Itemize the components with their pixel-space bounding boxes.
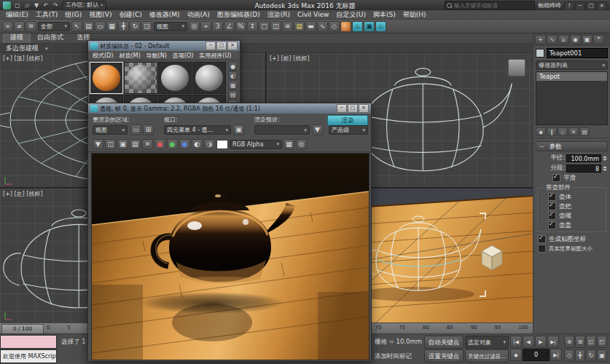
hierarchy-tab-icon[interactable]: ⌂ xyxy=(558,35,569,44)
redo-icon[interactable]: ↷ xyxy=(51,1,60,9)
search-box[interactable] xyxy=(445,1,535,10)
set-key-button[interactable]: 设置关键点 xyxy=(424,349,464,363)
create-tab-icon[interactable]: + xyxy=(535,35,546,44)
unlink-selection-icon[interactable]: ≠ xyxy=(14,21,25,32)
snaps-toggle-icon[interactable]: 3 xyxy=(212,21,223,32)
rendered-image[interactable] xyxy=(91,153,369,360)
window-crossing-icon[interactable]: ▦ xyxy=(106,21,117,32)
go-to-end-icon[interactable]: ▶| xyxy=(547,336,559,348)
open-file-icon[interactable]: ▱ xyxy=(23,1,31,9)
percent-snap-icon[interactable]: % xyxy=(235,21,246,32)
edit-named-selection-sets-icon[interactable]: ▢ xyxy=(259,21,270,32)
orbit-icon[interactable]: ↻ xyxy=(586,349,596,362)
menu-item[interactable]: 工具(T) xyxy=(32,10,62,20)
menu-item[interactable]: 自定义(U) xyxy=(332,10,369,20)
object-name-field[interactable]: Teapot001 xyxy=(547,48,608,58)
render-quality-dropdown[interactable]: 产品级 xyxy=(329,125,368,135)
account-name[interactable]: 鲍晓峰峰 xyxy=(538,1,561,9)
rendered-frame-window-icon[interactable]: ▣ xyxy=(364,21,375,32)
alpha-channel-icon[interactable]: ◐ xyxy=(192,139,203,150)
select-and-rotate-icon[interactable]: ↻ xyxy=(130,21,141,32)
sample-slot[interactable] xyxy=(192,62,226,94)
viewcube[interactable] xyxy=(508,59,525,76)
material-editor-menu-item[interactable]: 导航(N) xyxy=(144,52,170,60)
mirror-icon[interactable]: ◫ xyxy=(270,21,281,32)
background-color-swatch[interactable] xyxy=(216,140,228,149)
close-icon[interactable]: ✕ xyxy=(359,104,369,113)
material-editor-menu-item[interactable]: 实用程序(U) xyxy=(196,52,234,60)
clone-rendered-frame-icon[interactable]: ▣ xyxy=(117,139,128,150)
smooth-checkbox[interactable] xyxy=(552,174,560,182)
maximize-window-icon[interactable]: □ xyxy=(586,1,596,10)
segments-spinner[interactable] xyxy=(603,166,607,171)
channel-display-dropdown[interactable]: RGB Alpha xyxy=(230,140,282,149)
part-checkbox[interactable] xyxy=(548,221,556,229)
print-image-icon[interactable]: ▤ xyxy=(130,139,141,150)
close-window-icon[interactable]: ✕ xyxy=(597,1,607,10)
next-frame-icon[interactable]: ▶| xyxy=(550,349,562,361)
menu-item[interactable]: 脚本(S) xyxy=(369,10,399,20)
material-editor-icon[interactable]: ● xyxy=(340,21,351,32)
select-by-name-icon[interactable]: ▤ xyxy=(83,21,94,32)
reference-coordinate-dropdown[interactable]: 视图 xyxy=(154,22,187,31)
align-icon[interactable]: ≡ xyxy=(282,21,293,32)
utilities-tab-icon[interactable]: * xyxy=(593,35,604,44)
real-world-map-size-checkbox[interactable] xyxy=(538,245,546,253)
lock-viewport-icon[interactable]: ▣ xyxy=(233,124,244,135)
parameters-rollout[interactable]: 参数 xyxy=(536,141,608,151)
area-to-render-dropdown[interactable]: 视图 xyxy=(93,125,128,135)
copy-image-icon[interactable]: ◫ xyxy=(105,139,116,150)
go-to-start-icon[interactable]: |◀ xyxy=(510,336,522,348)
remove-modifier-icon[interactable]: ✕ xyxy=(568,127,579,136)
blue-channel-icon[interactable]: ● xyxy=(179,139,190,150)
layers-icon[interactable]: ▦ xyxy=(284,139,294,150)
time-slider[interactable]: 0 / 100 xyxy=(1,324,44,334)
menu-item[interactable]: 视图(V) xyxy=(85,10,115,20)
sample-slot[interactable] xyxy=(124,62,157,94)
menu-item[interactable]: 帮助(H) xyxy=(399,10,430,20)
maximize-icon[interactable]: □ xyxy=(216,41,227,50)
minimize-window-icon[interactable]: ─ xyxy=(575,1,585,10)
modifier-stack[interactable]: Teapot xyxy=(536,71,608,125)
key-mode-toggle-icon[interactable]: ◆ xyxy=(510,349,522,361)
new-scene-icon[interactable]: ▢ xyxy=(13,1,22,9)
curve-editor-icon[interactable]: ∿ xyxy=(317,21,328,32)
green-channel-icon[interactable]: ● xyxy=(167,139,178,150)
zoom-extents-icon[interactable]: ◱ xyxy=(586,336,596,348)
auto-key-button[interactable]: 自动关键点 xyxy=(424,336,464,349)
viewport-left-label[interactable]: [+] [左] [线框] xyxy=(3,190,43,198)
ribbon-tab-freeform[interactable]: 自由形式 xyxy=(31,32,70,43)
spinner-snap-icon[interactable]: ↕ xyxy=(247,21,258,32)
generate-mapping-coords-checkbox[interactable] xyxy=(538,235,546,243)
macro-recorder-field[interactable] xyxy=(0,335,57,349)
workspace-dropdown[interactable]: 工作区: 默认▾ xyxy=(62,1,106,10)
red-channel-icon[interactable]: ● xyxy=(155,139,165,150)
part-checkbox[interactable] xyxy=(548,202,556,210)
segments-field[interactable]: 8 xyxy=(566,165,601,173)
play-icon[interactable]: ▶ xyxy=(535,336,547,348)
select-and-manipulate-icon[interactable]: ⌖ xyxy=(200,21,211,32)
search-input[interactable] xyxy=(453,1,533,9)
menu-item[interactable]: 组(G) xyxy=(61,10,85,20)
settings-icon[interactable]: ◎ xyxy=(296,139,307,150)
fov-icon[interactable]: ◇ xyxy=(564,349,574,362)
help-icon[interactable]: ? xyxy=(564,1,574,10)
sample-type-icon[interactable]: ● xyxy=(228,62,238,71)
menu-item[interactable]: 渲染(R) xyxy=(264,10,294,20)
render-production-icon[interactable]: ♨ xyxy=(375,21,386,32)
radius-field[interactable]: 100.0mm xyxy=(566,154,601,162)
minimize-icon[interactable]: ─ xyxy=(337,104,347,113)
menu-item[interactable]: 修改器(M) xyxy=(146,10,184,20)
motion-tab-icon[interactable]: ◉ xyxy=(570,35,581,44)
add-time-tag[interactable]: 添加时间标记 xyxy=(375,352,412,361)
pin-stack-icon[interactable]: ▪ xyxy=(536,127,546,136)
zoom-extents-all-icon[interactable]: ◰ xyxy=(597,336,607,348)
selected-filter-dropdown[interactable]: 选定对象 xyxy=(465,336,509,349)
material-editor-menu-item[interactable]: 选项(O) xyxy=(170,52,197,60)
select-and-move-icon[interactable]: ╋ xyxy=(118,21,129,32)
menu-item[interactable]: 动画(A) xyxy=(184,10,214,20)
menu-item[interactable]: 编辑(E) xyxy=(2,10,32,20)
minimize-icon[interactable]: ─ xyxy=(206,41,216,50)
part-checkbox[interactable] xyxy=(548,193,556,201)
clear-image-icon[interactable]: ✕ xyxy=(142,139,153,150)
